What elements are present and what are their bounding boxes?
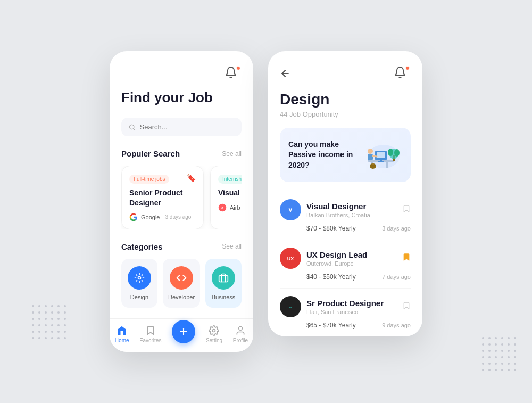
job-info-2: UX Design Lead Outcrowd, Europe [306, 250, 367, 267]
category-developer[interactable]: Developer [163, 259, 200, 308]
popular-see-all[interactable]: See all [222, 150, 242, 158]
posted-2: 7 days ago [382, 274, 411, 280]
svg-text:↔: ↔ [288, 304, 293, 310]
add-icon [178, 326, 189, 337]
job-title-3: Sr Product Designer [306, 299, 384, 308]
job-card-2[interactable]: Internsh Visual Desig a Airb [210, 166, 242, 229]
developer-label: Developer [168, 294, 195, 300]
profile-icon [235, 325, 246, 336]
bookmark-icon-1[interactable]: 🔖 [187, 174, 196, 182]
job-list-item-3[interactable]: ↔ Sr Product Designer Flair, San Francis… [280, 289, 411, 336]
svg-text:a: a [221, 205, 223, 209]
svg-point-24 [388, 149, 393, 156]
job-info-1: Visual Designer Balkan Brothers, Croatia [306, 202, 370, 218]
bookmark-2[interactable] [402, 253, 411, 264]
developer-icon [170, 266, 193, 290]
promo-banner[interactable]: Can you make Passive income in 2020? [280, 128, 411, 182]
search-bar[interactable] [121, 118, 242, 136]
notification-button-2[interactable] [394, 66, 411, 83]
nav-add-button[interactable] [172, 320, 195, 343]
phone2-header [280, 66, 411, 83]
svg-point-8 [213, 329, 215, 332]
company-loc-1: Balkan Brothers, Croatia [306, 212, 370, 218]
back-button[interactable] [280, 68, 290, 81]
design-label: Design [130, 294, 148, 300]
nav-setting-label: Setting [206, 338, 222, 343]
categories-title: Categories [121, 242, 163, 251]
popular-section-title: Populer Search [121, 149, 180, 158]
nav-setting[interactable]: Setting [206, 325, 222, 343]
design-title: Design [280, 92, 411, 108]
nav-favorites-label: Favorites [139, 338, 161, 343]
business-label: Business [212, 294, 236, 300]
job-list-item-1[interactable]: V Visual Designer Balkan Brothers, Croat… [280, 192, 411, 240]
job-card-title-1: Senior Product Designer [129, 188, 196, 207]
svg-rect-20 [368, 154, 373, 160]
phone-design-screen: Design 44 Job Opportunity Can you make P… [268, 51, 422, 336]
nav-home[interactable]: Home [115, 325, 129, 343]
posted-3: 9 days ago [382, 322, 411, 328]
category-design[interactable]: Design [121, 259, 157, 308]
svg-line-21 [373, 156, 377, 157]
job-card-title-2: Visual Desig [218, 188, 242, 198]
company-logo-sr: ↔ [285, 301, 296, 312]
days-ago-1: 3 days ago [165, 214, 191, 220]
banner-illustration [354, 136, 402, 174]
job-card-1[interactable]: Full-time jobs 🔖 Senior Product Designer… [121, 166, 204, 229]
bookmark-icon-job3 [402, 301, 411, 310]
company-loc-3: Flair, San Francisco [306, 309, 384, 315]
job-card-company-2: a Airb [218, 203, 242, 212]
home-icon [117, 325, 127, 336]
setting-icon [209, 325, 219, 336]
svg-point-0 [130, 125, 134, 129]
company-avatar-3: ↔ [280, 296, 301, 317]
categories-row: Design Developer B [121, 259, 242, 308]
categories-section-header: Categories See all [121, 242, 242, 251]
notification-dot-2 [405, 66, 410, 70]
bookmark-1[interactable] [402, 204, 411, 215]
job-cards-row: Full-time jobs 🔖 Senior Product Designer… [121, 166, 242, 229]
google-logo [129, 213, 138, 221]
banner-text: Can you make Passive income in 2020? [288, 139, 354, 171]
bookmark-3[interactable] [402, 301, 411, 312]
company-avatar-1: V [280, 199, 301, 220]
job-title-1: Visual Designer [306, 202, 370, 211]
job-list-item-2[interactable]: UX UX Design Lead Outcrowd, Europe [280, 240, 411, 289]
salary-3: $65 - $70k Yearly [306, 322, 356, 329]
svg-rect-14 [386, 162, 388, 168]
svg-text:V: V [288, 207, 293, 213]
svg-rect-17 [380, 160, 382, 161]
company-logo-visual: V [285, 204, 296, 216]
notification-button[interactable] [225, 66, 242, 83]
categories-see-all[interactable]: See all [222, 243, 242, 250]
nav-profile-label: Profile [233, 338, 248, 343]
phones-container: Find your Job Populer Search See all Ful… [110, 51, 422, 352]
company-loc-2: Outcrowd, Europe [306, 260, 367, 267]
job-list: V Visual Designer Balkan Brothers, Croat… [268, 192, 422, 336]
job-tag-intern: Internsh [218, 175, 242, 184]
svg-line-1 [134, 128, 135, 129]
search-icon [129, 124, 136, 131]
company-logo-ux: UX [285, 252, 296, 264]
svg-rect-5 [219, 276, 228, 282]
category-business[interactable]: Business [205, 259, 242, 308]
search-input[interactable] [140, 123, 234, 131]
svg-rect-27 [372, 163, 374, 165]
home-title: Find your Job [121, 89, 242, 106]
bottom-nav: Home Favorites Setting [110, 318, 253, 352]
phone1-header [110, 66, 253, 83]
salary-2: $40 - $50k Yearly [306, 273, 356, 281]
bookmark-icon-job1 [402, 204, 411, 213]
notification-dot [236, 66, 240, 70]
illustration-svg [354, 136, 402, 174]
nav-profile[interactable]: Profile [233, 325, 248, 343]
bell-icon-2 [394, 66, 406, 79]
svg-rect-16 [377, 152, 385, 158]
job-tag-fulltime: Full-time jobs [129, 175, 169, 184]
posted-1: 3 days ago [382, 225, 411, 232]
phone-home-screen: Find your Job Populer Search See all Ful… [110, 51, 253, 352]
nav-favorites[interactable]: Favorites [139, 325, 161, 343]
company-name-1: Google [141, 214, 160, 220]
design-subtitle: 44 Job Opportunity [280, 110, 411, 118]
dot-decoration-left: for(let i=0;i<36;i++) document.write('<s… [32, 305, 66, 339]
